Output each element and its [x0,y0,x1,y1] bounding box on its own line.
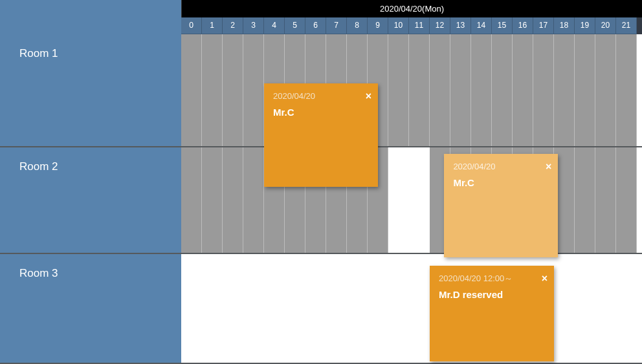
time-slot[interactable] [368,254,388,363]
date-header: 2020/04/20(Mon) [181,0,642,17]
time-slot[interactable] [595,34,616,146]
lane-grid[interactable] [181,34,642,146]
card-date: 2020/04/20 12:00～ [439,272,546,285]
room-label: Room 2 [0,147,181,253]
time-slot[interactable] [616,34,637,146]
hours-row: 0123456789101112131415161718192021 [0,17,642,35]
hour-header-18: 18 [554,17,575,35]
time-slot[interactable] [243,254,264,363]
room-label: Room 1 [0,34,181,146]
hour-header-15: 15 [492,17,513,35]
scheduler-body: Room 1Room 2Room 32020/04/20Mr.C×2020/04… [0,34,642,364]
time-slot[interactable] [243,147,264,253]
hour-header-11: 11 [409,17,430,35]
hour-header-19: 19 [575,17,595,35]
card-title: Mr.C [273,105,370,120]
time-slot[interactable] [388,147,409,253]
hour-header-6: 6 [305,17,326,35]
room-label: Room 3 [0,254,181,363]
hour-header-8: 8 [347,17,368,35]
hour-header-17: 17 [533,17,554,35]
time-slot[interactable] [492,34,513,146]
sidebar-header-spacer [0,0,181,17]
card-date: 2020/04/20 [453,160,550,173]
time-slot[interactable] [450,34,471,146]
reservation-card[interactable]: 2020/04/20Mr.C× [264,83,378,187]
lane-grid[interactable] [181,254,642,363]
card-title: Mr.C [453,176,550,191]
time-slot[interactable] [285,254,305,363]
time-slot[interactable] [595,147,616,253]
time-slot[interactable] [181,147,202,253]
time-slot[interactable] [533,34,554,146]
time-slot[interactable] [616,147,637,253]
scheduler-root: 2020/04/20(Mon) 012345678910111213141516… [0,0,642,364]
header-row: 2020/04/20(Mon) [0,0,642,17]
hour-header-9: 9 [368,17,388,35]
close-icon[interactable]: × [542,271,548,286]
time-slot[interactable] [181,34,202,146]
hour-header-7: 7 [326,17,347,35]
time-slot[interactable] [388,254,409,363]
hour-header-2: 2 [223,17,243,35]
reservation-card[interactable]: 2020/04/20Mr.C× [444,154,558,257]
hour-header-10: 10 [388,17,409,35]
time-slot[interactable] [264,254,285,363]
time-slot[interactable] [243,34,264,146]
time-slot[interactable] [616,254,637,363]
time-slot[interactable] [223,34,243,146]
lane-grid[interactable] [181,147,642,253]
hour-header-0: 0 [181,17,202,35]
time-slot[interactable] [409,254,430,363]
time-slot[interactable] [554,254,575,363]
time-slot[interactable] [513,34,533,146]
hour-header-4: 4 [264,17,285,35]
time-slot[interactable] [554,34,575,146]
time-slot[interactable] [471,34,492,146]
time-slot[interactable] [575,147,595,253]
time-slot[interactable] [202,254,223,363]
time-slot[interactable] [430,34,450,146]
hour-header-13: 13 [450,17,471,35]
time-slot[interactable] [181,254,202,363]
card-title: Mr.D reserved [439,288,546,303]
time-slot[interactable] [223,147,243,253]
close-icon[interactable]: × [546,159,551,175]
hour-header-21: 21 [616,17,637,35]
close-icon[interactable]: × [366,89,371,104]
reservation-card[interactable]: 2020/04/20 12:00～Mr.D reserved× [430,266,554,361]
time-slot[interactable] [575,34,595,146]
hour-header-14: 14 [471,17,492,35]
time-slot[interactable] [202,34,223,146]
time-slot[interactable] [595,254,616,363]
hour-header-16: 16 [513,17,533,35]
hour-header-12: 12 [430,17,450,35]
time-slot[interactable] [409,147,430,253]
hour-header-3: 3 [243,17,264,35]
time-slot[interactable] [223,254,243,363]
hour-header-1: 1 [202,17,223,35]
time-slot[interactable] [326,254,347,363]
time-slot[interactable] [305,254,326,363]
card-date: 2020/04/20 [273,90,370,103]
hour-header-20: 20 [595,17,616,35]
hour-header-5: 5 [285,17,305,35]
hours-area: 0123456789101112131415161718192021 [181,17,642,35]
time-slot[interactable] [575,254,595,363]
sidebar-hours-spacer [0,17,181,35]
time-slot[interactable] [409,34,430,146]
time-slot[interactable] [388,34,409,146]
time-slot[interactable] [347,254,368,363]
time-slot[interactable] [202,147,223,253]
